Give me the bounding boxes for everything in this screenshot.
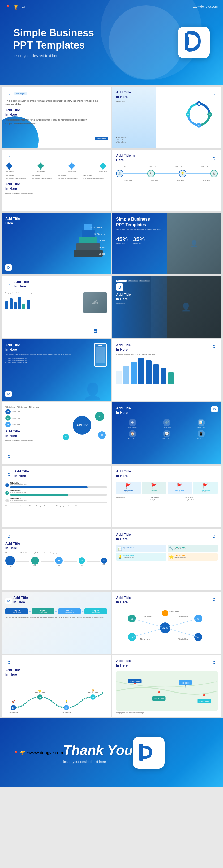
slide13-sub: Simple describe able that are used to de… bbox=[5, 505, 107, 507]
slide7-monitor: 🖥 bbox=[93, 328, 97, 334]
svg-text:⭐: ⭐ bbox=[38, 689, 42, 692]
slide1-tag: The project bbox=[14, 92, 27, 95]
svg-text:🏆: 🏆 bbox=[91, 689, 95, 692]
svg-text:03 Title is Here: 03 Title is Here bbox=[99, 240, 105, 242]
slide6-photo: 👤 bbox=[167, 213, 222, 275]
footer-logo-box bbox=[133, 737, 165, 769]
slide4-icon-row: ⚓ 🏳 💡 ⚙ bbox=[116, 170, 218, 177]
slide1-sub2: Bringing Focus to the slideshow design bbox=[5, 123, 107, 125]
slide2-title: Add TitleIn Here bbox=[116, 90, 131, 99]
slide-14: Add TitleIn Here D 🚩 Title is Here text … bbox=[112, 466, 221, 527]
slide2-circle-svg: 01 02 03 04 bbox=[184, 100, 214, 129]
svg-text:Title is Here: Title is Here bbox=[61, 711, 71, 713]
slide20-sub: Bringing Focus to the slideshow design bbox=[116, 712, 218, 714]
svg-line-36 bbox=[132, 628, 165, 637]
svg-text:02: 02 bbox=[209, 114, 211, 116]
slide14-boxes: 🚩 Title is Here text here 🚩 Title is Her… bbox=[116, 482, 218, 494]
svg-line-34 bbox=[132, 618, 165, 628]
slide11-sub: Bringing Focus to the slideshow design bbox=[5, 440, 55, 441]
footer-trophy-icon: 🏆 bbox=[20, 751, 25, 755]
slide-7: D Add TitleIn Here Bringing Focus to the… bbox=[2, 276, 111, 338]
header-title-block: Simple Business PPT Templates Insert you… bbox=[13, 27, 178, 58]
slide14-table: Title is Heretext placeholder Title is H… bbox=[116, 496, 218, 501]
slide7-photo: 🏙 bbox=[83, 292, 107, 313]
slide-10: Add TitleIn Here This is some placeholde… bbox=[112, 339, 221, 401]
slide2-sub: Title is Here bbox=[116, 101, 131, 102]
svg-text:03: 03 bbox=[65, 707, 67, 709]
footer-website: www.dongye.com bbox=[30, 750, 63, 755]
slide-2: D Add TitleIn Here Title is Here 01 02 0… bbox=[112, 87, 221, 148]
slides-grid: D The project This is some placeholder t… bbox=[0, 85, 223, 718]
header-icons: 📍 🏆 ✉ bbox=[5, 5, 25, 10]
footer-title-block: Thank You Insert your desired text here bbox=[63, 742, 133, 764]
footer-subtitle: Insert your desired text here bbox=[63, 760, 133, 764]
svg-text:Title is Here: Title is Here bbox=[142, 616, 152, 618]
trophy-icon: 🏆 bbox=[13, 5, 19, 10]
slide-18: Add TitleIn Here D Title 01 02 03 04 05 bbox=[112, 592, 221, 653]
svg-text:01: 01 bbox=[131, 618, 133, 620]
svg-text:04: 04 bbox=[92, 696, 94, 699]
svg-text:Title is Here: Title is Here bbox=[130, 681, 140, 682]
slide20-title: Add TitleIn Here bbox=[116, 659, 131, 668]
slide-6: Simple BusinessPPT Templates This is som… bbox=[112, 213, 221, 275]
slide4-bottom-row: Title is Heretext here Title is Heretext… bbox=[116, 180, 218, 183]
footer-logo bbox=[138, 742, 159, 764]
slide-11: Title is Here Title is Here Title is Her… bbox=[2, 402, 111, 464]
svg-text:05 Title is Here: 05 Title is Here bbox=[99, 253, 105, 255]
location-icon: 📍 bbox=[5, 5, 11, 10]
slide-17: D Add TitleIn Here Step 01Title is Here … bbox=[2, 592, 111, 653]
svg-rect-12 bbox=[73, 250, 103, 257]
svg-line-37 bbox=[165, 628, 198, 637]
svg-text:02: 02 bbox=[39, 696, 41, 699]
header-logo-box bbox=[178, 27, 210, 58]
header-slide: 📍 🏆 ✉ www.dongye.com Simple Business PPT… bbox=[0, 0, 223, 85]
svg-text:📍: 📍 bbox=[201, 693, 207, 699]
svg-text:Title is Here: Title is Here bbox=[8, 711, 18, 713]
svg-rect-73 bbox=[139, 744, 143, 761]
slide7-title: Add TitleIn Here bbox=[14, 280, 29, 289]
slide-16: Add TitleIn Here D 📊 Title is Here place… bbox=[112, 529, 221, 590]
slide5-stack: 05 Title is Here 04 Title is Here 03 Tit… bbox=[71, 218, 105, 261]
slide17-desc: This is some placeholder text from a sam… bbox=[5, 616, 107, 619]
svg-rect-15 bbox=[82, 230, 95, 237]
slide11-title: Add TitleIn Here bbox=[5, 429, 55, 438]
slide-9: Add TitleIn Here This is some placeholde… bbox=[2, 339, 111, 401]
svg-text:Title is Here: Title is Here bbox=[154, 698, 164, 700]
svg-text:Title is Here: Title is Here bbox=[179, 638, 188, 640]
svg-text:📍: 📍 bbox=[156, 691, 162, 696]
svg-text:🚀: 🚀 bbox=[12, 700, 15, 703]
header-logo bbox=[183, 31, 204, 55]
footer-location-icon: 📍 bbox=[13, 751, 19, 755]
mail-icon: ✉ bbox=[21, 5, 25, 10]
slide16-title: Add TitleIn Here bbox=[116, 532, 131, 541]
svg-text:Title is Here: Title is Here bbox=[179, 616, 188, 618]
slide12-icon-grid: ⚙ Title is Here 🔗 Title is Here 📊 Title … bbox=[116, 419, 218, 440]
svg-text:02 Title is Here: 02 Title is Here bbox=[94, 233, 105, 235]
slide-1: D The project This is some placeholder t… bbox=[2, 87, 111, 148]
slide17-steps: Step 01Title is Here ▶ Step 02Title is H… bbox=[5, 609, 107, 614]
slide6-sub: This is some placeholder text from a sam… bbox=[116, 229, 161, 231]
slide1-desc: This is some placeholder text from a sam… bbox=[5, 99, 107, 106]
slide3-title: Add TitleIn Here bbox=[5, 182, 107, 191]
slide3-info-cols: Title is HereThis is some placeholder te… bbox=[5, 175, 107, 180]
slide-8: 👤 Title is Here Title is Here Title is H… bbox=[112, 276, 221, 338]
slide20-map: 📍 📍 📍 📍 Title is Here Title is Here Titl… bbox=[116, 671, 218, 711]
slide13-title: Add TitleIn Here bbox=[14, 469, 29, 478]
slide10-title: Add TitleIn Here bbox=[116, 343, 155, 352]
slide9-title: Add TitleIn Here bbox=[5, 343, 71, 352]
slide1-title: Add TitleIn Here bbox=[5, 108, 107, 117]
slide-12: Add TitleIn Here D ⚙ Title is Here 🔗 Tit… bbox=[112, 402, 221, 464]
svg-text:Title is Here: Title is Here bbox=[181, 682, 190, 684]
slide-20: Add TitleIn Here D 📍 📍 📍 📍 bbox=[112, 655, 221, 717]
slide3-sub: Bringing Focus to the slideshow design bbox=[5, 193, 107, 194]
slide9-items: ● This is some placeholder text ● This i… bbox=[5, 357, 71, 363]
header-main-title: Simple Business PPT Templates bbox=[13, 27, 178, 51]
svg-text:01: 01 bbox=[198, 103, 200, 105]
slide-19: D Add TitleIn Here 01 02 03 04 Title is … bbox=[2, 655, 111, 717]
svg-text:04: 04 bbox=[187, 114, 189, 116]
slide11-left: 01 Title is Here 02 Title is Here 03 Tit… bbox=[5, 409, 55, 441]
svg-text:Title is Here: Title is Here bbox=[199, 701, 209, 702]
slide8-content: Title is Here Title is Here Title is Her… bbox=[116, 280, 150, 304]
footer-mail-icon: ✉ bbox=[26, 751, 30, 755]
slide8-sub: Title is Here bbox=[116, 303, 150, 304]
